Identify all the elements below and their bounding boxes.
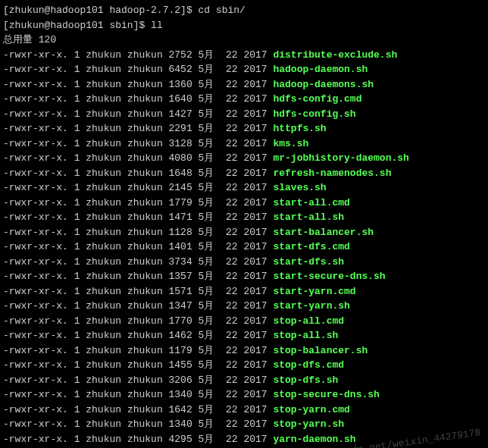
total-usage-line: 总用量 120	[3, 33, 485, 48]
file-permissions: -rwxr-xr-x.	[3, 138, 68, 149]
file-day: 22	[226, 359, 238, 371]
file-permissions: -rwxr-xr-x.	[3, 211, 68, 223]
file-owner: zhukun	[86, 359, 121, 371]
file-name: stop-all.cmd	[273, 315, 344, 327]
file-row: -rwxr-xr-x. 1 zhukun zhukun 1401 5月 22 2…	[3, 240, 485, 255]
file-month: 5月	[199, 152, 214, 164]
file-name: stop-all.sh	[273, 330, 338, 341]
file-owner: zhukun	[86, 404, 121, 415]
file-year: 2017	[243, 300, 267, 312]
file-year: 2017	[243, 315, 267, 327]
file-month: 5月	[199, 374, 214, 386]
file-permissions: -rwxr-xr-x.	[3, 256, 68, 268]
file-row: -rwxr-xr-x. 1 zhukun zhukun 2291 5月 22 2…	[3, 121, 485, 136]
file-group: zhukun	[127, 49, 163, 61]
file-link-count: 1	[74, 49, 80, 61]
file-name: start-dfs.cmd	[273, 241, 349, 252]
file-day: 22	[226, 404, 238, 415]
file-row: -rwxr-xr-x. 1 zhukun zhukun 1462 5月 22 2…	[3, 328, 485, 343]
file-year: 2017	[243, 197, 267, 208]
file-permissions: -rwxr-xr-x.	[3, 345, 68, 356]
file-day: 22	[226, 418, 238, 430]
file-month: 5月	[199, 108, 214, 120]
file-name: hdfs-config.cmd	[273, 93, 361, 105]
file-link-count: 1	[74, 315, 80, 327]
file-name: stop-yarn.sh	[273, 418, 344, 430]
file-group: zhukun	[127, 359, 163, 371]
file-name: stop-dfs.cmd	[273, 359, 344, 371]
file-owner: zhukun	[86, 152, 121, 164]
file-row: -rwxr-xr-x. 1 zhukun zhukun 1347 5月 22 2…	[3, 299, 485, 314]
file-month: 5月	[199, 404, 214, 415]
terminal-output[interactable]: [zhukun@hadoop101 hadoop-2.7.2]$ cd sbin…	[3, 3, 485, 448]
file-year: 2017	[243, 93, 267, 105]
file-link-count: 1	[74, 389, 80, 400]
file-name: hadoop-daemons.sh	[273, 79, 374, 90]
file-year: 2017	[243, 64, 267, 75]
file-group: zhukun	[127, 418, 163, 430]
file-owner: zhukun	[86, 123, 121, 134]
file-name: stop-secure-dns.sh	[273, 389, 379, 400]
file-link-count: 1	[74, 418, 80, 430]
file-day: 22	[226, 345, 238, 356]
file-link-count: 1	[74, 404, 80, 415]
file-group: zhukun	[127, 256, 163, 268]
file-link-count: 1	[74, 168, 80, 179]
file-month: 5月	[199, 93, 214, 105]
prompt-cwd: sbin	[109, 20, 133, 31]
file-name: stop-dfs.sh	[273, 374, 338, 386]
file-link-count: 1	[74, 434, 80, 445]
file-permissions: -rwxr-xr-x.	[3, 389, 68, 400]
file-owner: zhukun	[86, 241, 121, 252]
file-row: -rwxr-xr-x. 1 zhukun zhukun 6452 5月 22 2…	[3, 62, 485, 77]
file-link-count: 1	[74, 211, 80, 223]
file-year: 2017	[243, 418, 267, 430]
file-day: 22	[226, 49, 238, 61]
file-year: 2017	[243, 345, 267, 356]
file-row: -rwxr-xr-x. 1 zhukun zhukun 3734 5月 22 2…	[3, 255, 485, 270]
file-owner: zhukun	[86, 138, 121, 149]
file-owner: zhukun	[86, 389, 121, 400]
file-day: 22	[226, 374, 238, 386]
file-name: yarn-daemon.sh	[273, 434, 355, 445]
file-size: 1571	[169, 286, 192, 297]
file-permissions: -rwxr-xr-x.	[3, 168, 68, 179]
file-owner: zhukun	[86, 197, 121, 208]
file-row: -rwxr-xr-x. 1 zhukun zhukun 1779 5月 22 2…	[3, 196, 485, 211]
file-day: 22	[226, 271, 238, 282]
file-day: 22	[226, 256, 238, 268]
prompt-line: [zhukun@hadoop101 sbin]$ ll	[3, 18, 485, 33]
prompt-command: cd sbin/	[198, 5, 245, 16]
file-size: 1357	[169, 271, 192, 282]
file-day: 22	[226, 93, 238, 105]
file-size: 2752	[169, 49, 192, 61]
file-year: 2017	[243, 241, 267, 252]
file-year: 2017	[243, 389, 267, 400]
file-day: 22	[226, 138, 238, 149]
file-group: zhukun	[127, 211, 163, 223]
file-link-count: 1	[74, 123, 80, 134]
file-group: zhukun	[127, 64, 163, 75]
file-month: 5月	[199, 286, 214, 297]
file-month: 5月	[199, 345, 214, 356]
file-day: 22	[226, 241, 238, 252]
file-size: 1471	[169, 211, 192, 223]
file-permissions: -rwxr-xr-x.	[3, 93, 68, 105]
file-size: 1128	[169, 227, 192, 238]
file-row: -rwxr-xr-x. 1 zhukun zhukun 2752 5月 22 2…	[3, 48, 485, 63]
file-permissions: -rwxr-xr-x.	[3, 418, 68, 430]
file-row: -rwxr-xr-x. 1 zhukun zhukun 1340 5月 22 2…	[3, 387, 485, 403]
file-group: zhukun	[127, 138, 163, 149]
file-month: 5月	[199, 79, 214, 90]
file-year: 2017	[243, 182, 267, 193]
file-size: 1455	[169, 359, 192, 371]
file-size: 2145	[169, 182, 192, 193]
file-owner: zhukun	[86, 418, 121, 430]
file-month: 5月	[199, 271, 214, 282]
file-size: 1462	[169, 330, 192, 341]
file-owner: zhukun	[86, 108, 121, 120]
file-name: refresh-namenodes.sh	[273, 168, 391, 179]
file-owner: zhukun	[86, 330, 121, 341]
file-name: start-all.cmd	[273, 197, 349, 208]
file-group: zhukun	[127, 389, 163, 400]
